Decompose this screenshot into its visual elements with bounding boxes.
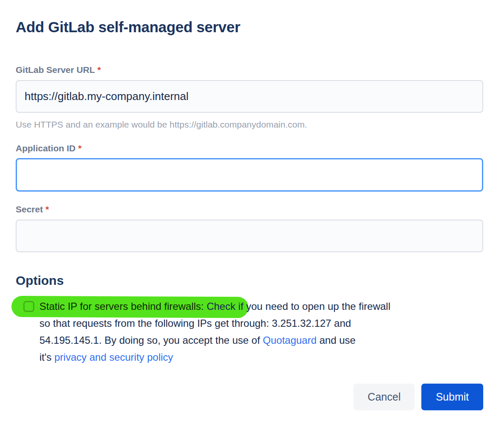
privacy-policy-link[interactable]: privacy and security policy — [54, 351, 173, 363]
required-asterisk: * — [45, 204, 49, 214]
static-ip-line-2: so that requests from the following IPs … — [39, 315, 390, 332]
secret-label: Secret* — [16, 204, 483, 214]
application-id-label-text: Application ID — [16, 143, 75, 153]
server-url-label-text: GitLab Server URL — [16, 65, 95, 75]
secret-input[interactable] — [16, 220, 483, 252]
static-ip-description: Static IP for servers behind firewalls: … — [39, 298, 390, 366]
cancel-button[interactable]: Cancel — [354, 384, 415, 410]
static-ip-line-1: Static IP for servers behind firewalls: … — [39, 298, 390, 315]
static-ip-line1-rest: Check if you need to open up the firewal… — [204, 301, 390, 312]
static-ip-line3-post: and use — [317, 334, 356, 346]
application-id-label: Application ID* — [16, 143, 483, 153]
quotaguard-link[interactable]: Quotaguard — [263, 334, 317, 346]
options-heading: Options — [16, 273, 483, 288]
static-ip-option-content: Static IP for servers behind firewalls: … — [16, 298, 483, 366]
server-url-helper-text: Use HTTPS and an example would be https:… — [16, 119, 483, 130]
required-asterisk: * — [78, 143, 81, 153]
required-asterisk: * — [97, 65, 101, 75]
application-id-input[interactable] — [16, 158, 483, 192]
server-url-input[interactable] — [16, 80, 483, 113]
static-ip-highlighted-label: Static IP for servers behind firewalls: — [39, 301, 204, 312]
static-ip-line-4: it's privacy and security policy — [39, 349, 390, 366]
server-url-label: GitLab Server URL* — [16, 65, 483, 75]
page-title: Add GitLab self-managed server — [16, 17, 483, 37]
static-ip-line4-pre: it's — [39, 351, 54, 363]
static-ip-line-3: 54.195.145.1. By doing so, you accept th… — [39, 332, 390, 349]
submit-button[interactable]: Submit — [421, 384, 483, 410]
static-ip-line3-pre: 54.195.145.1. By doing so, you accept th… — [39, 334, 263, 346]
secret-label-text: Secret — [16, 204, 43, 214]
static-ip-option-row: Static IP for servers behind firewalls: … — [16, 298, 483, 366]
form-actions: Cancel Submit — [16, 384, 483, 410]
add-gitlab-server-page: Add GitLab self-managed server GitLab Se… — [0, 0, 504, 426]
static-ip-checkbox[interactable] — [23, 301, 34, 312]
